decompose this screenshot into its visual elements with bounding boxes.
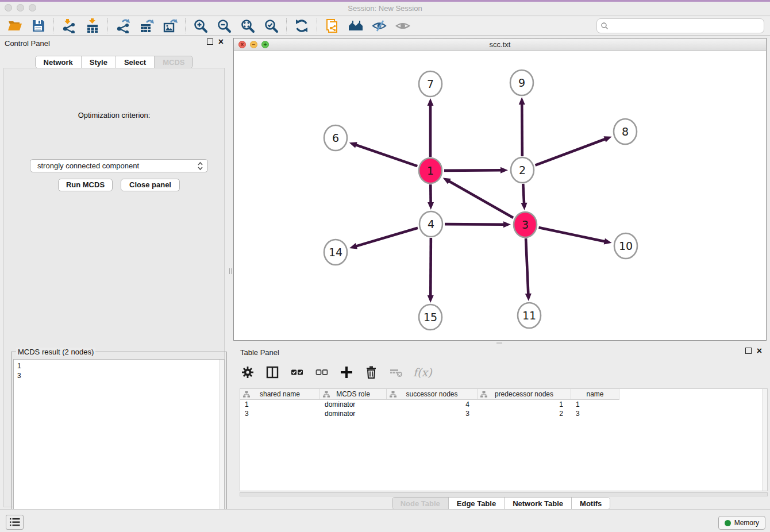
graph-edge-4-3[interactable] xyxy=(445,224,505,225)
export-network-icon[interactable] xyxy=(116,18,130,33)
optimization-criterion-select[interactable]: strongly connected component xyxy=(30,159,208,172)
tab-motifs[interactable]: Motifs xyxy=(571,498,610,509)
tab-network[interactable]: Network xyxy=(36,56,81,68)
table-row[interactable]: 3dominator323 xyxy=(240,409,767,418)
graph-edge-2-8[interactable] xyxy=(535,138,606,165)
graph-node-label: 6 xyxy=(332,132,339,144)
split-columns-icon[interactable] xyxy=(265,365,280,380)
table-panel: Table Panel × f(x) shared nameMCDS ro xyxy=(232,345,770,509)
search-field[interactable] xyxy=(596,18,764,33)
graph-edge-2-3[interactable] xyxy=(523,184,524,205)
table-body: 1dominator4113dominator323 xyxy=(240,400,767,418)
close-panel-button[interactable]: Close panel xyxy=(121,179,180,191)
network-window-title: scc.txt xyxy=(234,40,766,49)
show-all-icon[interactable] xyxy=(395,18,410,33)
task-list-icon xyxy=(10,518,20,526)
table-cell[interactable]: dominator xyxy=(320,400,387,409)
graph-edge-2-9[interactable] xyxy=(522,103,522,156)
horizontal-splitter[interactable] xyxy=(233,341,767,345)
hide-selected-icon[interactable] xyxy=(372,18,387,33)
zoom-out-icon[interactable] xyxy=(217,18,232,33)
import-network-icon[interactable] xyxy=(61,18,76,33)
run-mcds-button[interactable]: Run MCDS xyxy=(58,179,113,191)
table-cell[interactable]: 1 xyxy=(571,400,619,409)
import-table-icon[interactable] xyxy=(85,18,100,33)
table-panel-title: Table Panel xyxy=(240,348,279,357)
gear-icon[interactable] xyxy=(240,365,255,380)
memory-label: Memory xyxy=(734,519,759,527)
tab-node-table[interactable]: Node Table xyxy=(392,498,448,509)
clone-network-icon[interactable] xyxy=(325,18,340,33)
graph-arrowhead-icon xyxy=(428,295,434,303)
graph-edge-3-1[interactable] xyxy=(448,180,513,218)
column-header-predecessor-nodes[interactable]: predecessor nodes xyxy=(478,389,571,400)
table-cell[interactable]: dominator xyxy=(320,409,387,418)
table-cell[interactable]: 3 xyxy=(571,409,619,418)
graph-arrowhead-icon xyxy=(525,294,532,301)
tab-style[interactable]: Style xyxy=(81,56,116,68)
zoom-fit-icon[interactable] xyxy=(240,18,255,33)
mcds-result-text: 1 3 xyxy=(14,360,224,383)
home-layout-icon[interactable] xyxy=(348,18,363,33)
column-header-MCDS-role[interactable]: MCDS role xyxy=(320,389,387,400)
tab-network-table[interactable]: Network Table xyxy=(504,498,571,509)
graph-node-label: 14 xyxy=(329,246,342,259)
add-row-icon[interactable] xyxy=(339,365,354,380)
close-panel-icon[interactable]: × xyxy=(218,38,224,45)
table-cell[interactable]: 1 xyxy=(478,400,571,409)
search-input[interactable] xyxy=(609,22,764,30)
export-table-icon[interactable] xyxy=(139,18,154,33)
column-header-name[interactable]: name xyxy=(571,389,619,400)
graph-edge-4-14[interactable] xyxy=(355,228,418,246)
graph-edge-4-15[interactable] xyxy=(430,238,431,297)
window-top-stripe xyxy=(0,0,770,2)
table-scrollbar[interactable] xyxy=(762,389,767,491)
function-builder-icon[interactable]: f(x) xyxy=(413,366,432,379)
column-header-successor-nodes[interactable]: successor nodes xyxy=(387,389,478,400)
table-hscrollbar[interactable] xyxy=(240,492,768,496)
zoom-selected-icon[interactable] xyxy=(264,18,279,33)
float-panel-icon[interactable] xyxy=(207,38,213,45)
save-session-icon[interactable] xyxy=(31,18,46,33)
table-row[interactable]: 1dominator411 xyxy=(240,400,767,409)
table-cell[interactable]: 2 xyxy=(478,409,571,418)
main-toolbar xyxy=(0,17,770,36)
delete-table-icon[interactable] xyxy=(388,365,403,380)
network-canvas[interactable]: 7968124314101511 xyxy=(234,51,766,340)
graph-edge-1-6[interactable] xyxy=(355,144,417,166)
splitter-grip-icon xyxy=(229,268,232,274)
graph-arrowhead-icon xyxy=(519,97,525,105)
column-header-shared-name[interactable]: shared name xyxy=(240,389,320,400)
graph-edge-3-10[interactable] xyxy=(538,228,606,242)
select-all-icon[interactable] xyxy=(290,365,305,380)
refresh-icon[interactable] xyxy=(294,18,309,33)
table-cell[interactable]: 3 xyxy=(240,409,320,418)
task-history-button[interactable] xyxy=(6,515,24,530)
app-titlebar: Session: New Session xyxy=(0,0,770,16)
zoom-in-icon[interactable] xyxy=(193,18,208,33)
mcds-result-group: MCDS result (2 nodes) 1 3 xyxy=(11,352,227,532)
table-cell[interactable]: 4 xyxy=(387,400,478,409)
mcds-panel-body: Optimization criterion: strongly connect… xyxy=(3,68,225,507)
float-table-panel-icon[interactable] xyxy=(745,348,752,354)
graph-edge-3-11[interactable] xyxy=(526,238,528,295)
mcds-result-area[interactable]: 1 3 xyxy=(13,359,225,532)
tab-select[interactable]: Select xyxy=(116,56,154,68)
export-image-icon[interactable] xyxy=(163,18,178,33)
graph-arrowhead-icon xyxy=(500,167,508,174)
network-window-titlebar[interactable]: × − + scc.txt xyxy=(234,38,766,51)
search-icon xyxy=(600,22,609,30)
delete-row-icon[interactable] xyxy=(364,365,379,380)
table-cell[interactable]: 1 xyxy=(240,400,320,409)
close-table-panel-icon[interactable]: × xyxy=(757,348,762,354)
memory-button[interactable]: Memory xyxy=(718,516,765,530)
graph-edge-1-2[interactable] xyxy=(444,170,502,171)
tab-mcds[interactable]: MCDS xyxy=(154,56,192,68)
graph-node-label: 11 xyxy=(522,309,536,322)
table-cell[interactable]: 3 xyxy=(387,409,478,418)
tab-edge-table[interactable]: Edge Table xyxy=(448,498,504,509)
deselect-all-icon[interactable] xyxy=(314,365,329,380)
open-file-icon[interactable] xyxy=(7,18,22,33)
graph-arrowhead-icon xyxy=(603,136,611,142)
result-scrollbar[interactable] xyxy=(219,360,224,532)
